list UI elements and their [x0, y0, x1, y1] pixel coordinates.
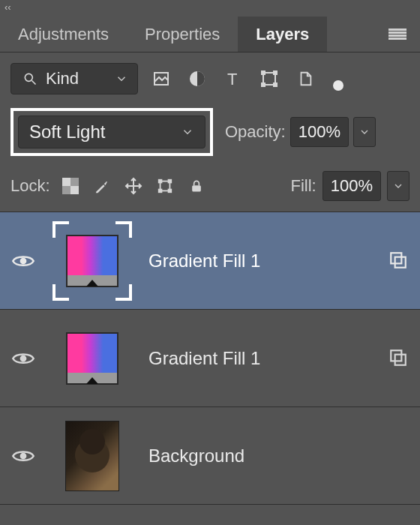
- layer-visibility-toggle[interactable]: [10, 448, 36, 464]
- fill-label: Fill:: [291, 176, 316, 196]
- filter-smartobject-icon[interactable]: [296, 69, 315, 88]
- svg-rect-7: [274, 71, 277, 74]
- fill-input[interactable]: 100%: [322, 171, 381, 201]
- opacity-dropdown-button[interactable]: [353, 117, 376, 147]
- image-thumbnail-icon: [65, 421, 119, 491]
- lock-transparency-icon[interactable]: [61, 176, 80, 196]
- svg-rect-12: [70, 186, 79, 194]
- svg-rect-6: [262, 71, 265, 74]
- filter-type-buttons: T: [152, 69, 332, 88]
- svg-rect-9: [274, 83, 277, 86]
- filter-pixel-icon[interactable]: [152, 69, 171, 88]
- lock-artboard-icon[interactable]: [155, 176, 175, 196]
- layer-visibility-toggle[interactable]: [10, 254, 36, 268]
- layer-link-icon[interactable]: [388, 250, 410, 272]
- panel-tabs: Adjustments Properties Layers: [0, 16, 420, 52]
- fill-control: Fill: 100%: [291, 171, 410, 201]
- svg-point-0: [25, 74, 32, 81]
- layers-list: Gradient Fill 1 Gradient Fill 1: [0, 212, 420, 525]
- svg-point-21: [20, 257, 27, 264]
- blend-opacity-row: Soft Light Opacity: 100%: [0, 102, 420, 168]
- opacity-input[interactable]: 100%: [290, 117, 349, 147]
- eye-icon: [12, 254, 34, 268]
- tab-adjustments[interactable]: Adjustments: [0, 16, 127, 52]
- svg-rect-25: [391, 350, 401, 361]
- layer-filter-row: Kind T: [0, 52, 420, 102]
- filter-kind-label: Kind: [46, 69, 115, 88]
- fill-dropdown-button[interactable]: [387, 171, 410, 201]
- layers-panel: ‹‹ Adjustments Properties Layers Kind: [0, 0, 420, 525]
- layer-row[interactable]: Background: [0, 407, 420, 505]
- layer-name[interactable]: Gradient Fill 1: [148, 348, 372, 369]
- svg-text:T: T: [227, 70, 237, 88]
- svg-rect-18: [158, 190, 161, 193]
- filter-adjustment-icon[interactable]: [188, 69, 207, 88]
- gradient-thumbnail-icon: [66, 332, 118, 385]
- svg-line-1: [32, 81, 36, 85]
- panel-menu-button[interactable]: [375, 16, 420, 52]
- tab-layers[interactable]: Layers: [238, 16, 327, 52]
- layer-thumbnail[interactable]: [52, 221, 132, 301]
- layer-thumbnail[interactable]: [52, 416, 132, 496]
- blend-mode-value: Soft Light: [29, 122, 105, 142]
- layer-thumbnail[interactable]: [52, 319, 132, 398]
- layer-row[interactable]: Gradient Fill 1: [0, 310, 420, 407]
- svg-rect-16: [158, 180, 161, 183]
- svg-rect-20: [192, 185, 201, 191]
- lock-buttons: [61, 176, 206, 196]
- layer-visibility-toggle[interactable]: [10, 351, 36, 366]
- svg-rect-8: [262, 83, 265, 86]
- layer-link-icon[interactable]: [388, 348, 410, 369]
- layer-link-icon: [388, 446, 410, 466]
- chevron-down-icon: [181, 125, 194, 139]
- highlight-box: Soft Light: [10, 108, 213, 156]
- svg-rect-11: [62, 178, 70, 186]
- layer-row[interactable]: Gradient Fill 1: [0, 212, 420, 310]
- filter-type-icon[interactable]: T: [224, 69, 243, 88]
- lock-all-icon[interactable]: [187, 176, 206, 196]
- chevron-down-icon: [115, 72, 128, 86]
- search-icon: [20, 69, 40, 88]
- blend-mode-select[interactable]: Soft Light: [18, 116, 206, 148]
- opacity-control: Opacity: 100%: [225, 117, 376, 147]
- panel-collapse-button[interactable]: ‹‹: [0, 0, 420, 16]
- filter-shape-icon[interactable]: [260, 69, 279, 88]
- layer-name[interactable]: Background: [148, 446, 372, 466]
- layer-name[interactable]: Gradient Fill 1: [148, 250, 372, 272]
- lock-position-icon[interactable]: [124, 176, 143, 196]
- svg-rect-23: [395, 256, 406, 267]
- tab-properties[interactable]: Properties: [127, 16, 238, 52]
- lock-label: Lock:: [10, 176, 50, 196]
- lock-fill-row: Lock: Fill: 100%: [0, 168, 420, 212]
- svg-rect-19: [168, 190, 171, 193]
- filter-kind-select[interactable]: Kind: [10, 63, 138, 94]
- opacity-label: Opacity:: [225, 122, 286, 142]
- svg-rect-22: [391, 253, 401, 263]
- hamburger-icon: [388, 28, 406, 40]
- eye-icon: [12, 448, 34, 464]
- svg-point-24: [20, 355, 27, 362]
- lock-pixels-icon[interactable]: [92, 176, 112, 196]
- gradient-thumbnail-icon: [66, 235, 118, 287]
- svg-rect-26: [395, 354, 406, 364]
- svg-point-27: [20, 452, 27, 459]
- eye-icon: [12, 351, 34, 366]
- svg-rect-17: [168, 180, 171, 183]
